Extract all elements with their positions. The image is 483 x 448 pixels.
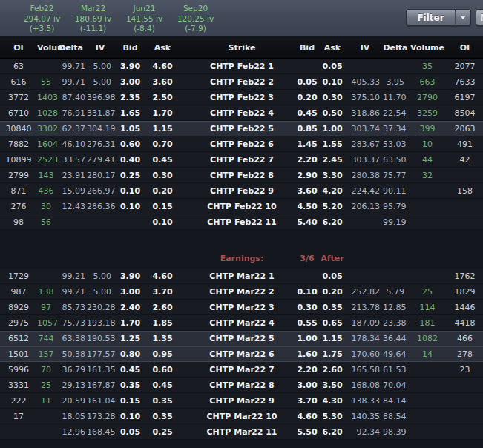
cell-ask-right[interactable]: 6.20 [318,427,347,437]
cell-strike[interactable]: CHTP Feb22 4 [178,108,297,118]
cell-ask-left[interactable]: 0.30 [147,171,178,180]
cell-ask-right[interactable]: 0.05 [318,271,347,281]
cell-strike[interactable]: CHTP Mar22 9 [178,396,297,406]
option-row[interactable]: 33312529.13167.870.350.45CHTP Mar22 83.0… [0,378,483,393]
cell-ask-right[interactable]: 0.65 [318,318,347,328]
cell-bid-left[interactable]: 2.40 [114,303,147,312]
cell-bid-left[interactable]: 1.25 [114,334,147,343]
cell-bid-left[interactable]: 0.35 [114,381,147,390]
filter-button[interactable]: Filter [406,9,455,26]
cell-bid-left[interactable]: 0.80 [114,349,147,359]
cell-ask-left[interactable]: 4.60 [147,62,178,71]
cell-ask-left[interactable]: 1.15 [147,124,178,134]
cell-bid-left[interactable]: 3.90 [114,271,147,281]
cell-ask-left[interactable]: 0.20 [147,186,178,196]
cell-bid-right[interactable]: 0.10 [297,287,318,297]
cell-bid-left[interactable]: 0.15 [114,396,147,406]
cell-bid-right[interactable]: 0.45 [297,108,318,118]
option-row[interactable]: 2975105775.73193.181.701.85CHTP Mar22 40… [0,315,483,331]
cell-bid-right[interactable]: 0.85 [297,124,318,134]
cell-ask-left[interactable]: 1.85 [147,318,178,328]
cell-ask-right[interactable]: 3.50 [318,381,347,390]
cell-strike[interactable]: CHTP Feb22 1 [178,62,297,71]
cell-ask-left[interactable]: 2.60 [147,303,178,312]
cell-bid-right[interactable]: 5.50 [297,427,318,437]
cell-bid-right[interactable]: 5.40 [297,217,318,227]
cell-ask-left[interactable]: 3.70 [147,287,178,297]
cell-ask-right[interactable]: 2.60 [318,365,347,375]
cell-strike[interactable]: CHTP Feb22 10 [178,202,297,211]
cell-strike[interactable]: CHTP Mar22 11 [178,427,297,437]
cell-bid-left[interactable]: 0.05 [114,427,147,437]
partial-right-button[interactable]: No [476,9,483,26]
cell-bid-right[interactable]: 0.20 [297,93,318,102]
cell-bid-right[interactable]: 0.05 [297,77,318,87]
cell-strike[interactable]: CHTP Mar22 8 [178,381,297,390]
cell-ask-right[interactable]: 0.05 [318,62,347,71]
cell-strike[interactable]: CHTP Feb22 6 [178,139,297,149]
cell-ask-left[interactable]: 1.35 [147,334,178,343]
cell-bid-left[interactable]: 0.10 [114,202,147,211]
cell-strike[interactable]: CHTP Mar22 1 [178,271,297,281]
cell-strike[interactable]: CHTP Feb22 3 [178,93,297,102]
option-row[interactable]: 30840330262.37304.191.051.15CHTP Feb22 5… [0,121,483,136]
cell-ask-left[interactable]: 0.35 [147,396,178,406]
cell-bid-left[interactable]: 0.10 [114,186,147,196]
cell-ask-left[interactable]: 0.70 [147,139,178,149]
cell-ask-left[interactable]: 0.60 [147,365,178,375]
cell-ask-left[interactable]: 0.25 [147,427,178,437]
cell-bid-left[interactable]: 1.70 [114,318,147,328]
option-row[interactable]: 3772140387.40396.982.352.50CHTP Feb22 30… [0,90,483,105]
option-row[interactable]: 6710102876.91331.871.651.70CHTP Feb22 40… [0,105,483,121]
cell-strike[interactable]: CHTP Mar22 6 [178,349,297,359]
cell-bid-left[interactable]: 3.90 [114,62,147,71]
expiration-tab-feb22[interactable]: Feb22294.07 iv(+3.5) [16,4,68,34]
option-row[interactable]: 2221120.59161.040.150.35CHTP Mar22 93.70… [0,393,483,409]
option-row[interactable]: 59967036.79161.350.450.60CHTP Mar22 72.2… [0,362,483,378]
cell-bid-right[interactable]: 1.45 [297,139,318,149]
cell-strike[interactable]: CHTP Feb22 9 [178,186,297,196]
option-row[interactable]: 98560.10CHTP Feb22 115.406.2099.19 [0,214,483,230]
cell-bid-right[interactable]: 1.00 [297,334,318,343]
cell-ask-right[interactable]: 4.20 [318,186,347,196]
cell-bid-left[interactable]: 0.10 [114,412,147,421]
cell-ask-right[interactable]: 4.30 [318,396,347,406]
cell-bid-right[interactable]: 4.50 [297,202,318,211]
cell-ask-right[interactable]: 2.45 [318,155,347,165]
option-row[interactable]: 651274463.38190.531.251.35CHTP Mar22 51.… [0,331,483,346]
cell-ask-right[interactable]: 1.55 [318,139,347,149]
cell-strike[interactable]: CHTP Feb22 2 [178,77,297,87]
cell-strike[interactable]: CHTP Mar22 3 [178,303,297,312]
cell-ask-left[interactable]: 1.70 [147,108,178,118]
option-row[interactable]: 2763012.43286.360.100.15CHTP Feb22 104.5… [0,199,483,214]
cell-ask-right[interactable]: 0.20 [318,287,347,297]
option-row[interactable]: 1718.05173.280.100.35CHTP Mar22 104.605.… [0,409,483,424]
expiration-tab-jun21[interactable]: Jun21141.55 iv(-8.4) [119,4,170,34]
option-row[interactable]: 279914323.91280.170.250.30CHTP Feb22 82.… [0,168,483,183]
cell-ask-left[interactable]: 0.15 [147,202,178,211]
cell-strike[interactable]: CHTP Mar22 10 [178,412,297,421]
cell-ask-right[interactable]: 6.20 [318,217,347,227]
cell-strike[interactable]: CHTP Feb22 11 [178,217,297,227]
cell-ask-right[interactable]: 1.00 [318,124,347,134]
expiration-tab-mar22[interactable]: Mar22180.69 iv(-11.1) [68,4,119,34]
filter-dropdown-button[interactable] [455,9,471,26]
cell-ask-right[interactable]: 1.15 [318,334,347,343]
cell-strike[interactable]: CHTP Feb22 8 [178,171,297,180]
cell-ask-left[interactable]: 0.35 [147,412,178,421]
cell-bid-left[interactable]: 1.65 [114,108,147,118]
cell-bid-right[interactable]: 3.00 [297,381,318,390]
cell-ask-right[interactable]: 0.35 [318,303,347,312]
cell-ask-right[interactable]: 3.30 [318,171,347,180]
cell-bid-right[interactable]: 3.60 [297,186,318,196]
cell-strike[interactable]: CHTP Feb22 7 [178,155,297,165]
cell-bid-left[interactable]: 3.00 [114,287,147,297]
cell-bid-right[interactable]: 4.60 [297,412,318,421]
cell-ask-right[interactable]: 5.20 [318,202,347,211]
option-row[interactable]: 10899252333.57279.410.400.45CHTP Feb22 7… [0,152,483,168]
cell-strike[interactable]: CHTP Mar22 7 [178,365,297,375]
cell-bid-right[interactable]: 2.90 [297,171,318,180]
cell-ask-left[interactable]: 0.95 [147,349,178,359]
cell-ask-right[interactable]: 1.75 [318,349,347,359]
option-row[interactable]: 6165599.715.003.003.60CHTP Feb22 20.050.… [0,74,483,90]
